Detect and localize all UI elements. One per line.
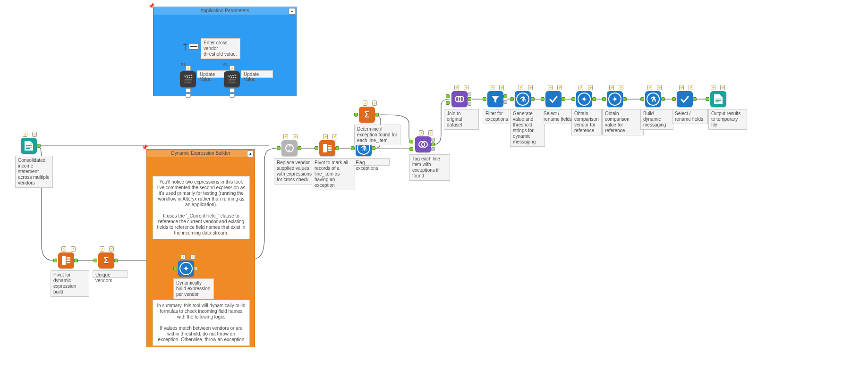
filter-tool[interactable] bbox=[487, 91, 503, 107]
input-anchor[interactable] bbox=[354, 113, 358, 117]
output-anchor[interactable] bbox=[74, 259, 78, 262]
input-anchor[interactable] bbox=[672, 97, 676, 101]
output-anchor[interactable] bbox=[661, 97, 665, 101]
input-anchor[interactable] bbox=[315, 146, 318, 150]
input-anchor[interactable] bbox=[706, 97, 709, 101]
join-tag-caption: Tag each line item with exceptions if fo… bbox=[409, 154, 450, 181]
input-anchor[interactable] bbox=[510, 97, 514, 101]
input-anchor[interactable] bbox=[173, 267, 177, 270]
output-anchor-j[interactable] bbox=[468, 97, 471, 101]
output-anchor-l[interactable] bbox=[431, 138, 435, 142]
svg-rect-6 bbox=[67, 262, 70, 263]
svg-rect-17 bbox=[715, 100, 721, 101]
output-anchor-r[interactable] bbox=[431, 147, 435, 151]
formula-tool-generate[interactable]: ⚗ bbox=[515, 91, 531, 107]
output-anchor[interactable] bbox=[114, 259, 118, 262]
output-anchor-true[interactable] bbox=[503, 94, 507, 98]
summarize-tool-vendors[interactable]: Σ bbox=[98, 252, 114, 268]
summarize-vendors-caption: Unique vendors bbox=[93, 270, 128, 278]
textbox-tool[interactable] bbox=[183, 42, 199, 51]
output-anchor[interactable] bbox=[335, 146, 339, 150]
join-tool-tag[interactable] bbox=[415, 136, 431, 152]
summarize-tool-exceptions[interactable]: Σ bbox=[359, 107, 375, 123]
input-anchor[interactable] bbox=[351, 146, 355, 150]
input-anchor-right[interactable] bbox=[446, 101, 450, 105]
textbox-caption: Enter cross vendor threshold value. bbox=[201, 38, 240, 59]
multi-field-formula-compare-value[interactable]: ✦ bbox=[607, 91, 623, 107]
input-anchor[interactable] bbox=[483, 97, 486, 101]
output-anchor[interactable] bbox=[592, 97, 596, 101]
multi-field-formula-tool[interactable]: ✦ bbox=[178, 260, 194, 277]
bolt-icon bbox=[619, 85, 623, 90]
join-icon bbox=[454, 93, 465, 105]
svg-rect-10 bbox=[328, 147, 332, 149]
collapse-icon[interactable]: ▴ bbox=[247, 151, 254, 157]
output-anchor[interactable] bbox=[562, 97, 565, 101]
input-anchor[interactable] bbox=[541, 97, 545, 101]
bolt-icon bbox=[548, 85, 553, 90]
bolt-icon bbox=[464, 85, 468, 90]
input-anchor[interactable] bbox=[94, 259, 97, 262]
svg-rect-3 bbox=[62, 256, 66, 265]
multirow-caption: Replace vendor supplied values with expr… bbox=[274, 158, 315, 184]
input-anchor[interactable] bbox=[640, 97, 644, 101]
bolt-icon bbox=[186, 66, 191, 71]
transpose2-caption: Pivot to mark all records of a line_item… bbox=[312, 158, 355, 190]
formula-tool-messaging[interactable]: ⚗ bbox=[645, 91, 661, 107]
svg-rect-18 bbox=[715, 101, 719, 102]
output-data-tool[interactable] bbox=[710, 91, 726, 107]
output-anchor[interactable] bbox=[37, 144, 41, 148]
comment-box-2[interactable]: In summary, this tool will dynamically b… bbox=[153, 300, 250, 346]
output-anchor[interactable] bbox=[623, 97, 627, 101]
join-original-caption: Join to original dataset bbox=[444, 109, 479, 130]
bolt-icon bbox=[71, 246, 76, 252]
wire-label-2: #1 bbox=[223, 62, 228, 67]
multi-row-formula-tool[interactable] bbox=[281, 140, 298, 156]
transpose-tool-2[interactable] bbox=[319, 140, 335, 156]
bolt-icon bbox=[61, 246, 66, 252]
output-anchor[interactable] bbox=[693, 97, 697, 101]
input-data-tool[interactable] bbox=[21, 138, 37, 154]
select-tool-2[interactable] bbox=[677, 91, 693, 107]
svg-rect-11 bbox=[328, 150, 332, 151]
input-anchor[interactable] bbox=[602, 97, 606, 101]
bolt-icon bbox=[23, 132, 27, 137]
collapse-icon[interactable]: ▴ bbox=[289, 8, 295, 15]
container-dynamic-expression[interactable]: Dynamic Expression Builder ▴ You'll noti… bbox=[146, 149, 255, 347]
output-anchor-r[interactable] bbox=[468, 102, 471, 106]
input-anchor-left[interactable] bbox=[446, 94, 450, 98]
action-tool-2[interactable]: 🎬 bbox=[224, 71, 240, 87]
bolt-icon bbox=[579, 85, 583, 90]
bolt-icon bbox=[109, 246, 114, 252]
container-app-parameters[interactable]: Application Parameters ▴ Enter cross ven… bbox=[153, 7, 297, 96]
funnel-icon bbox=[490, 94, 501, 104]
select-tool-1[interactable] bbox=[545, 91, 562, 107]
input-anchor[interactable] bbox=[277, 146, 281, 150]
comment-text: In summary, this tool will dynamically b… bbox=[156, 303, 247, 343]
input-anchor-right[interactable] bbox=[409, 147, 413, 151]
bolt-icon bbox=[519, 85, 523, 90]
output-anchor-j[interactable] bbox=[431, 143, 435, 146]
bolt-icon bbox=[588, 85, 593, 90]
output-anchor[interactable] bbox=[531, 97, 535, 101]
action-tool-1[interactable]: 🎬 bbox=[180, 71, 196, 87]
comment-box-1[interactable]: You'll notice two expressions in this to… bbox=[153, 176, 250, 239]
output-anchor[interactable] bbox=[194, 267, 198, 270]
input-caption: Consolidated income statement across mul… bbox=[15, 156, 53, 188]
input-anchor-left[interactable] bbox=[409, 140, 413, 143]
output-anchor[interactable] bbox=[298, 146, 301, 150]
input-anchor[interactable] bbox=[53, 259, 57, 262]
output-anchor-l[interactable] bbox=[468, 92, 471, 96]
bolt-icon bbox=[32, 132, 37, 137]
multi-field-formula-compare-vendor[interactable]: ✦ bbox=[576, 91, 592, 107]
join-tool-original[interactable] bbox=[451, 91, 468, 107]
output-anchor[interactable] bbox=[375, 113, 379, 117]
input-anchor[interactable] bbox=[571, 97, 575, 101]
bolt-icon bbox=[230, 66, 235, 71]
workflow-canvas[interactable]: { "containers": { "app_params": { "title… bbox=[0, 0, 868, 369]
output-anchor[interactable] bbox=[372, 146, 375, 150]
output-anchor-false[interactable] bbox=[503, 100, 507, 104]
bolt-icon bbox=[372, 101, 377, 106]
wrench-icon bbox=[183, 43, 187, 50]
transpose-tool-1[interactable] bbox=[58, 252, 74, 268]
